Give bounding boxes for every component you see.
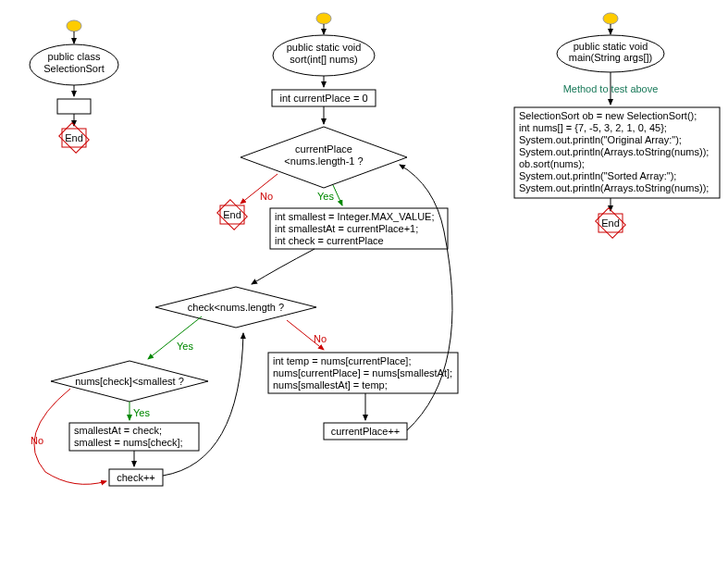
end-node-main: End (596, 208, 626, 239)
swap-1: int temp = nums[currentPlace]; (273, 355, 411, 366)
nested-cond-text: nums[check]<smallest ? (75, 376, 184, 387)
yes-label-2: Yes (177, 341, 193, 352)
outer-inc: currentPlace++ (331, 426, 401, 437)
init-text: int currentPlace = 0 (279, 93, 367, 104)
yes-label-1: Yes (317, 191, 334, 202)
b1: SelectionSort ob = new SelectionSort(); (519, 110, 697, 121)
sort-title-2: sort(int[] nums) (290, 54, 357, 65)
svg-text:End: End (65, 132, 83, 143)
outer-cond-1: currentPlace (295, 143, 352, 155)
inner-cond: check<nums.length ? (188, 302, 284, 313)
class-title-line1: public class (48, 51, 101, 62)
main-title-2: main(String args[]) (569, 52, 652, 63)
no-label-2: No (314, 333, 327, 344)
check-inc: check++ (117, 472, 155, 483)
left-flow: public class SelectionSort End (30, 20, 118, 153)
body1-l3: int check = currentPlace (275, 235, 384, 246)
body1-l1: int smallest = Integer.MAX_VALUE; (275, 211, 435, 222)
outer-cond-2: <nums.length-1 ? (284, 155, 363, 167)
swap-2: nums[currentPlace] = nums[smallestAt]; (273, 367, 452, 378)
assign-1: smallestAt = check; (74, 425, 162, 436)
sort-flow: public static void sort(int[] nums) int … (31, 13, 458, 486)
svg-point-17 (603, 13, 618, 24)
main-comment: Method to test above (563, 83, 659, 94)
sort-title-1: public static void (287, 42, 362, 53)
swap-3: nums[smallestAt] = temp; (273, 379, 388, 391)
body1-l2: int smallestAt = currentPlace+1; (275, 223, 418, 234)
flowchart-diagram: public class SelectionSort End public st… (0, 0, 728, 583)
svg-text:End: End (601, 217, 620, 229)
class-title-line2: SelectionSort (43, 63, 104, 74)
end-node-outer: End (217, 200, 248, 230)
assign-2: smallest = nums[check]; (74, 437, 183, 448)
svg-point-0 (67, 20, 81, 31)
main-title-1: public static void (574, 41, 648, 52)
yes-label-3: Yes (133, 407, 150, 418)
no-label-1: No (260, 191, 273, 202)
empty-box (57, 99, 91, 114)
svg-text:End: End (223, 209, 241, 220)
b3: System.out.println("Original Array:"); (519, 134, 682, 145)
b7: System.out.println(Arrays.toString(nums)… (519, 182, 709, 193)
b6: System.out.println("Sorted Array:"); (519, 170, 676, 181)
main-flow: public static void main(String args[]) M… (514, 13, 720, 238)
b5: ob.sort(nums); (519, 158, 585, 169)
no-label-3: No (31, 435, 43, 446)
b4: System.out.println(Arrays.toString(nums)… (519, 146, 709, 157)
end-node-left: End (59, 123, 90, 154)
b2: int nums[] = {7, -5, 3, 2, 1, 0, 45}; (519, 122, 667, 133)
svg-point-7 (316, 13, 331, 24)
